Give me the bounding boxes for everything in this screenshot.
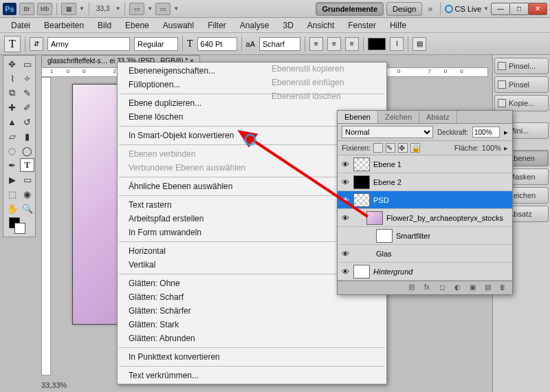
warp-text-button[interactable]: ⌇ <box>390 37 404 51</box>
antialias-select[interactable] <box>259 37 300 51</box>
lock-all[interactable]: 🔒 <box>410 143 420 153</box>
history-brush-tool[interactable]: ↺ <box>20 115 34 129</box>
panel-tab-pinsel[interactable]: Pinsel... <box>494 58 549 74</box>
opacity-value[interactable]: 100% <box>472 127 500 138</box>
marquee-tool[interactable]: ▭ <box>20 57 34 71</box>
layer-thumbnail[interactable] <box>353 265 370 279</box>
menu-datei[interactable]: Datei <box>4 19 37 32</box>
layer-thumbnail[interactable] <box>353 193 370 207</box>
workspace-grundelemente[interactable]: Grundelemente <box>316 2 384 16</box>
fill-value[interactable]: 100% <box>482 144 501 152</box>
layer-row[interactable]: 👁Flower2_by_archaeopteryx_stocks <box>338 209 512 227</box>
lock-pixels[interactable]: ✎ <box>386 143 395 153</box>
align-center-button[interactable]: ≡ <box>327 37 341 51</box>
workspace-design[interactable]: Design <box>386 2 422 16</box>
blend-mode-select[interactable]: Normal <box>342 126 433 138</box>
layer-thumbnail[interactable] <box>366 211 383 225</box>
visibility-toggle[interactable]: 👁 <box>340 214 350 222</box>
hand-tool[interactable]: ✋ <box>5 202 19 215</box>
tab-absatz[interactable]: Absatz <box>419 111 457 123</box>
new-layer-button[interactable]: ▤ <box>482 283 493 293</box>
group-button[interactable]: ▣ <box>467 283 478 293</box>
visibility-toggle[interactable]: 👁 <box>340 250 350 258</box>
stamp-tool[interactable]: ▲ <box>5 115 19 129</box>
tab-ebenen[interactable]: Ebenen <box>338 111 378 123</box>
layer-row[interactable]: 👁Hintergrund <box>338 263 512 281</box>
eraser-tool[interactable]: ▱ <box>5 129 19 143</box>
layers-panel[interactable]: Ebenen Zeichen Absatz Normal Deckkraft: … <box>337 110 513 295</box>
pen-tool[interactable]: ✒ <box>5 158 19 172</box>
link-layers-button[interactable]: ⛓ <box>406 283 417 293</box>
menu-hilfe[interactable]: Hilfe <box>383 19 413 32</box>
font-size-select[interactable] <box>197 37 237 51</box>
panel-tab-pinsel[interactable]: Pinsel <box>494 76 549 93</box>
visibility-toggle[interactable]: 👁 <box>340 196 350 204</box>
lasso-tool[interactable]: ⌇ <box>5 72 19 85</box>
menu-filter[interactable]: Filter <box>201 19 233 32</box>
menu-bild[interactable]: Bild <box>91 19 118 32</box>
layer-thumbnail[interactable] <box>376 229 393 243</box>
layer-row[interactable]: 👁Ebene 1 <box>338 155 512 173</box>
layer-style-button[interactable]: fx <box>421 283 432 293</box>
layer-row[interactable]: 👁PSD <box>338 191 512 209</box>
layer-thumbnail[interactable] <box>353 157 370 171</box>
wand-tool[interactable]: ✧ <box>20 72 34 85</box>
minimize-button[interactable]: — <box>491 3 510 15</box>
adjustment-layer-button[interactable]: ◐ <box>452 283 463 293</box>
panel-tab-kopie[interactable]: Kopie... <box>494 95 549 111</box>
menu-ansicht[interactable]: Ansicht <box>300 19 341 32</box>
ctx-item[interactable]: In Punkttext konvertieren <box>118 350 386 364</box>
layer-name[interactable]: PSD <box>373 196 509 204</box>
heal-tool[interactable]: ✚ <box>5 100 19 114</box>
menu-ebene[interactable]: Ebene <box>118 19 156 32</box>
layer-row[interactable]: Smartfilter <box>338 227 512 245</box>
3d-cam-tool[interactable]: ◉ <box>20 187 34 201</box>
text-orientation-button[interactable]: ⇵ <box>30 37 43 51</box>
ctx-item[interactable]: Glätten: Abrunden <box>118 331 386 345</box>
layer-name[interactable]: Ebene 2 <box>373 178 509 186</box>
zoom-readout[interactable]: 33,3 <box>94 5 112 12</box>
bridge-button[interactable]: Br <box>19 3 34 15</box>
layer-name[interactable]: Ebene 1 <box>373 160 509 168</box>
workspace-more-icon[interactable]: » <box>425 3 435 14</box>
view-extras-button[interactable]: ▦ <box>61 3 76 15</box>
minibridge-button[interactable]: Mb <box>37 3 52 15</box>
type-tool[interactable]: T <box>20 158 34 172</box>
layer-name[interactable]: Smartfilter <box>396 232 509 240</box>
blur-tool[interactable]: ◌ <box>5 144 19 157</box>
status-zoom[interactable]: 33,33% <box>41 381 67 389</box>
tool-preset-icon[interactable]: T <box>4 36 21 52</box>
visibility-toggle[interactable]: 👁 <box>340 268 350 276</box>
layer-mask-button[interactable]: ◻ <box>437 283 448 293</box>
menu-analyse[interactable]: Analyse <box>233 19 276 32</box>
lock-position[interactable]: ✥ <box>398 143 408 153</box>
maximize-button[interactable]: □ <box>509 3 529 15</box>
gradient-tool[interactable]: ▮ <box>20 129 34 143</box>
align-right-button[interactable]: ≡ <box>345 37 359 51</box>
layer-name[interactable]: Flower2_by_archaeopteryx_stocks <box>386 214 509 222</box>
path-sel-tool[interactable]: ▶ <box>5 173 19 186</box>
layer-thumbnail[interactable] <box>353 175 370 189</box>
crop-tool[interactable]: ⧉ <box>5 86 19 100</box>
3d-tool[interactable]: ⬚ <box>5 187 19 201</box>
ctx-item[interactable]: Glätten: Schärfer <box>118 304 386 318</box>
menu-bearbeiten[interactable]: Bearbeiten <box>37 19 91 32</box>
ctx-item[interactable]: Text verkrümmen... <box>118 369 386 382</box>
character-panel-button[interactable]: ▤ <box>412 37 426 51</box>
layer-name[interactable]: Glas <box>376 250 509 258</box>
layer-row[interactable]: 👁Glas <box>338 245 512 263</box>
color-swatches[interactable] <box>5 216 34 235</box>
menu-auswahl[interactable]: Auswahl <box>156 19 201 32</box>
close-button[interactable]: ✕ <box>528 3 547 15</box>
menu-3d[interactable]: 3D <box>276 19 300 32</box>
cslive-button[interactable]: CS Live▼ <box>445 5 489 13</box>
zoom-tool[interactable]: 🔍 <box>20 202 34 215</box>
move-tool[interactable]: ✥ <box>5 57 19 71</box>
font-family-select[interactable] <box>47 37 130 51</box>
delete-layer-button[interactable]: 🗑 <box>497 283 508 293</box>
visibility-toggle[interactable]: 👁 <box>340 178 350 186</box>
lock-transparent[interactable] <box>373 143 383 153</box>
brush-tool[interactable]: ✐ <box>20 100 34 114</box>
ctx-item[interactable]: Glätten: Stark <box>118 318 386 331</box>
dodge-tool[interactable]: ◯ <box>20 144 34 157</box>
